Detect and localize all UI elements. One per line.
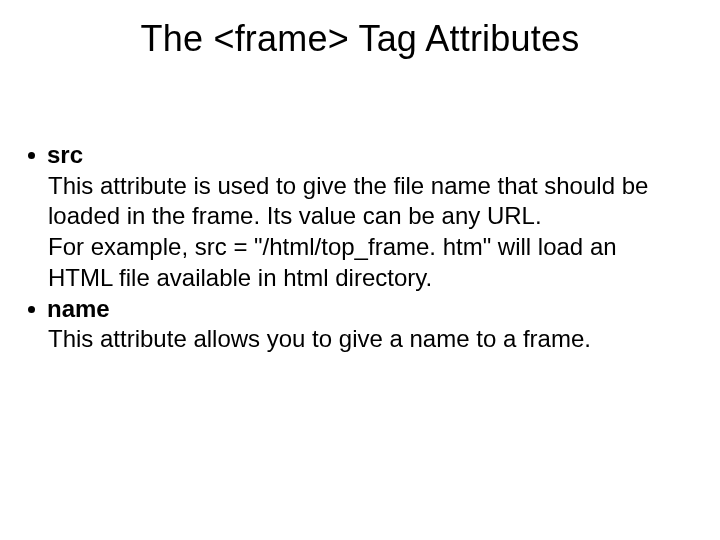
bullet-paragraph: This attribute allows you to give a name… [48, 324, 680, 355]
bullet-label: name [47, 294, 110, 325]
slide-title: The <frame> Tag Attributes [0, 18, 720, 60]
bullet-icon [28, 306, 35, 313]
slide-body: src This attribute is used to give the f… [28, 140, 680, 355]
slide: The <frame> Tag Attributes src This attr… [0, 0, 720, 540]
bullet-item: name [28, 294, 680, 325]
bullet-icon [28, 152, 35, 159]
bullet-item: src [28, 140, 680, 171]
bullet-label: src [47, 140, 83, 171]
bullet-paragraph: For example, src = "/html/top_frame. htm… [48, 232, 680, 293]
bullet-paragraph: This attribute is used to give the file … [48, 171, 680, 232]
